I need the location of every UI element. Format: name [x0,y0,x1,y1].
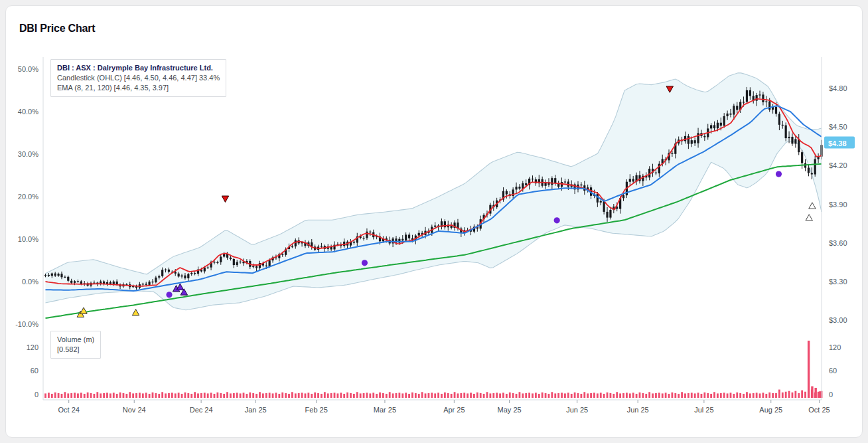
x-axis-month-label: Apr 25 [443,406,465,414]
left-axis-label: 50.0% [18,65,38,73]
volume-spike-bar [811,387,813,398]
volume-spike-bar [815,388,817,398]
x-axis-month-label: Jan 25 [245,406,267,414]
volume-legend: Volume (m) [0.582] [50,331,101,359]
x-axis-month-label: Oct 25 [808,406,830,414]
hollow-up-marker [809,203,816,209]
plot-area[interactable] [44,73,823,398]
x-axis-month-label: Dec 24 [190,406,213,414]
right-axis-label: $4.20 [829,161,847,169]
volume-axis-label: 120 [27,343,38,351]
red-down-marker [222,196,228,202]
left-axis-label: -10.0% [15,320,38,328]
legend-ema-values: EMA (8, 21, 120) [4.46, 4.35, 3.97] [57,83,220,93]
volume-series [44,341,822,398]
yellow-up-marker [132,310,139,315]
right-axis-label: $3.30 [829,278,847,286]
x-axis-month-label: Oct 24 [58,406,80,414]
volume-spike-bar [808,341,810,398]
right-axis-label: $3.00 [829,316,847,324]
volume-axis-label: 60 [829,367,837,375]
x-axis-month-label: Mar 25 [374,406,396,414]
x-axis-month-label: Jun 25 [566,406,588,414]
legend-candlestick-values: Candlestick (OHLC) [4.46, 4.50, 4.46, 4.… [57,73,220,83]
left-axis-label: 10.0% [18,235,38,243]
volume-axis-label: 0 [829,391,833,399]
x-axis-month-label: May 25 [498,406,522,414]
left-axis-label: 20.0% [18,193,38,201]
purple-dot-marker [776,171,782,177]
x-axis-month-label: Jul 25 [694,406,713,414]
right-axis-label: $4.80 [829,84,847,92]
page-background: DBI Price Chart 50.0%40.0%30.0%20.0%10.0… [0,0,868,443]
right-axis-label: $3.60 [829,239,847,247]
legend-instrument: DBI : ASX : Dalrymple Bay Infrastructure… [57,63,220,73]
chart-legend: DBI : ASX : Dalrymple Bay Infrastructure… [50,59,226,97]
right-axis-label: $3.90 [829,201,847,209]
yellow-up-marker [80,308,87,313]
x-axis-month-label: Jun 25 [627,406,649,414]
left-axis-label: 0.0% [22,278,38,286]
right-axis-label: $4.50 [829,123,847,131]
x-axis-month-label: Feb 25 [305,406,328,414]
volume-spike-bar [819,391,821,398]
purple-dot-marker [362,260,368,266]
left-axis-label: 30.0% [18,150,38,158]
volume-legend-title: Volume (m) [57,335,94,345]
volume-axis-label: 60 [31,367,38,375]
chart-container: 50.0%40.0%30.0%20.0%10.0%0.0%-10.0%$4.80… [6,6,862,437]
hollow-up-marker [806,215,812,221]
volume-axis-label: 120 [829,343,841,351]
left-axis-label: 40.0% [18,108,38,116]
purple-dot-marker [554,217,560,223]
x-axis-month-label: Nov 24 [123,406,146,414]
x-axis-month-label: Aug 25 [759,406,782,414]
current-price-label: $4.38 [828,139,847,147]
volume-axis-label: 0 [35,391,38,399]
chart-card: DBI Price Chart 50.0%40.0%30.0%20.0%10.0… [5,5,863,438]
volume-legend-value: [0.582] [57,345,94,355]
purple-dot-marker [166,292,172,298]
